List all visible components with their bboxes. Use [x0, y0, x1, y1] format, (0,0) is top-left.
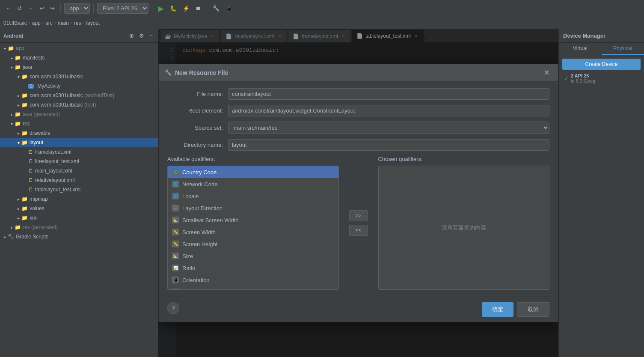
forward-btn[interactable]: → [26, 4, 36, 13]
stop-btn[interactable]: ⏹ [193, 4, 203, 13]
modal-close-button[interactable]: ✕ [541, 68, 552, 77]
source-set-row: Source set: main src/main/res [167, 122, 549, 134]
tree-item-myactivity[interactable]: C MyActivity [0, 81, 158, 91]
tree-item-drawable[interactable]: ▸ 📁 drawable [0, 128, 158, 138]
qualifier-label-ratio: Ratio [182, 265, 195, 271]
folder-icon-manifests: 📁 [15, 55, 21, 61]
qualifier-item-smallest-screen[interactable]: 📐 Smallest Screen Width [168, 214, 338, 226]
tree-arrow-com-wcm: ▾ [15, 74, 21, 79]
qualifier-item-ui-mode[interactable]: 🖥 UI Mode [168, 286, 338, 290]
modal-footer: ? 确定 取消 [159, 297, 558, 322]
qualifier-item-locale[interactable]: 🌐 Locale [168, 190, 338, 202]
modal-overlay: 🔧 New Resource File ✕ File name: Root el… [158, 29, 558, 357]
file-name-input[interactable] [228, 88, 549, 100]
tree-item-java-generated[interactable]: ▸ 📁 java (generated) [0, 110, 158, 119]
tree-item-tablelayout[interactable]: 🗒 tablelayout_test.xml [0, 185, 158, 194]
confirm-button[interactable]: 确定 [482, 302, 513, 317]
tree-item-layout[interactable]: ▾ 📁 layout [0, 138, 158, 147]
scope-btn[interactable]: ⊕ [128, 32, 136, 40]
class-icon-myactivity: C [28, 84, 34, 89]
qualifier-item-size[interactable]: 📐 Size [168, 250, 338, 262]
tree-item-com-wcm[interactable]: ▾ 📁 com.wcm.a0301uibasic [0, 72, 158, 81]
tab-physical[interactable]: Physical [602, 43, 644, 55]
tree-item-relativelayout[interactable]: 🗒 relativelayout.xml [0, 176, 158, 185]
xml-icon-framelayout: 🗒 [28, 149, 33, 155]
tree-item-values[interactable]: ▸ 📁 values [0, 204, 158, 213]
no-content-message: 没有要显示的内容 [442, 224, 486, 232]
qualifier-label-orientation: Orientation [182, 277, 210, 283]
tree-item-mipmap[interactable]: ▸ 📁 mipmap [0, 194, 158, 204]
folder-icon-layout: 📁 [21, 140, 28, 146]
tree-arrow-values: ▸ [15, 206, 21, 211]
breadcrumb-item-2[interactable]: src [46, 20, 53, 26]
qualifier-item-layout-direction[interactable]: ↔ Layout Direction [168, 202, 338, 214]
tree-arrow-res: ▾ [9, 122, 15, 126]
modal-title: New Resource File [175, 69, 229, 76]
tree-item-framelayout[interactable]: 🗒 framelayout.xml [0, 147, 158, 157]
tree-item-res[interactable]: ▾ 📁 res [0, 119, 158, 128]
tree-label-gradle: Gradle Scripts [16, 234, 48, 240]
device-manager-header: Device Manager [559, 29, 644, 43]
root-element-input[interactable] [228, 105, 549, 116]
add-qualifier-button[interactable]: >> [349, 210, 368, 221]
sync-btn[interactable]: ⚡ [181, 4, 192, 13]
device-selector[interactable]: Pixel 2 API 26 [97, 3, 148, 14]
folder-icon-mipmap: 📁 [21, 196, 28, 202]
root-element-row: Root element: [167, 105, 549, 116]
tree-item-res-generated[interactable]: ▸ 📁 res (generated) [0, 223, 158, 232]
qualifier-label-layout-direction: Layout Direction [182, 205, 223, 211]
create-device-button[interactable]: Create Device [562, 59, 641, 70]
tree-item-gradle[interactable]: ▸ 🔨 Gradle Scripts [0, 232, 158, 241]
tree-item-test[interactable]: ▸ 📁 com.wcm.a0301uibasic (test) [0, 100, 158, 110]
back-btn[interactable]: ← [3, 4, 13, 13]
debug-btn[interactable]: 🐛 [168, 4, 179, 13]
tree-item-linerlayout[interactable]: 🗒 linerlayout_test.xml [0, 157, 158, 166]
settings-gear[interactable]: ⚙ [137, 32, 146, 40]
app-selector[interactable]: app [64, 3, 90, 14]
sdk-btn[interactable]: 🔧 [211, 4, 222, 13]
qualifier-item-screen-width[interactable]: 📏 Screen Width [168, 226, 338, 238]
run-button[interactable]: ▶ [156, 3, 166, 14]
directory-name-input[interactable] [228, 139, 549, 151]
breadcrumb-sep4: › [83, 20, 84, 26]
help-button[interactable]: ? [167, 302, 179, 314]
tree-item-app[interactable]: ▾ 📁 app [0, 44, 158, 53]
tab-virtual[interactable]: Virtual [559, 43, 602, 55]
breadcrumb-item-0[interactable]: 01UIBasic [3, 20, 27, 26]
tree-arrow-layout: ▾ [15, 140, 21, 145]
undo-btn[interactable]: ↩ [37, 4, 46, 13]
breadcrumb-item-4[interactable]: res [74, 20, 81, 26]
tree-item-java[interactable]: ▾ 📁 java [0, 62, 158, 72]
breadcrumb-item-5[interactable]: layout [86, 20, 100, 26]
modal-body: File name: Root element: Source set: mai… [159, 81, 558, 297]
redo-btn[interactable]: ↪ [48, 4, 57, 13]
folder-icon-xml: 📁 [21, 215, 28, 221]
tree-item-xml[interactable]: ▸ 📁 xml [0, 213, 158, 223]
device-mgr-btn[interactable]: 📱 [223, 4, 234, 13]
available-qualifiers-panel: Available qualifiers: 🌐 Country Code 🌐 N… [167, 156, 339, 290]
tree-item-androidtest[interactable]: ▸ 📁 com.wcm.a0301uibasic (androidTest) [0, 91, 158, 100]
tree-item-main-layout[interactable]: 🗒 main_layout.xml [0, 166, 158, 176]
qualifier-item-screen-height[interactable]: 📏 Screen Height [168, 238, 338, 250]
minimize-btn[interactable]: − [148, 32, 154, 40]
refresh-btn[interactable]: ↺ [15, 4, 24, 13]
remove-qualifier-button[interactable]: << [349, 225, 368, 236]
breadcrumb-sep3: › [71, 20, 72, 26]
cancel-button[interactable]: 取消 [517, 302, 549, 317]
folder-icon-test: 📁 [21, 102, 28, 108]
project-tree: ▾ 📁 app ▸ 📁 manifests ▾ 📁 java [0, 43, 158, 357]
breadcrumb-item-1[interactable]: app [32, 20, 41, 26]
gradle-icon: 🔨 [8, 234, 14, 240]
breadcrumb-item-3[interactable]: main [58, 20, 69, 26]
tree-label-java: java [23, 64, 32, 70]
qualifier-item-country-code[interactable]: 🌐 Country Code [168, 166, 338, 178]
tree-arrow-app: ▾ [2, 46, 8, 51]
source-set-select[interactable]: main src/main/res [228, 122, 549, 134]
tree-item-manifests[interactable]: ▸ 📁 manifests [0, 53, 158, 62]
chosen-qualifiers-panel: Chosen qualifiers: 没有要显示的内容 [378, 156, 550, 290]
qualifier-item-ratio[interactable]: 📊 Ratio [168, 262, 338, 274]
qualifier-item-network-code[interactable]: 🌐 Network Code [168, 178, 338, 190]
panel-actions: ⊕ ⚙ − [128, 32, 154, 40]
qualifier-item-orientation[interactable]: 📱 Orientation [168, 274, 338, 286]
tree-label-values: values [30, 205, 45, 211]
